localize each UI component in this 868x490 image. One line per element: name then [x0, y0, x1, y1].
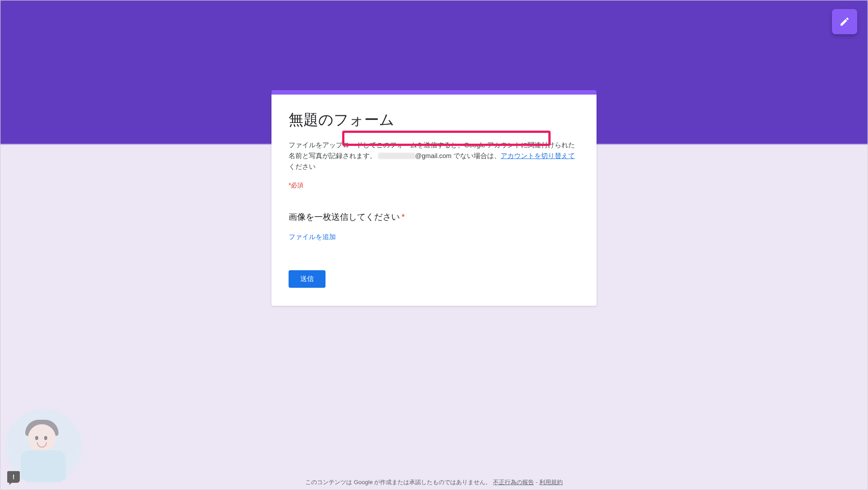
required-asterisk: *	[402, 213, 405, 222]
masked-email-local	[378, 153, 415, 159]
report-abuse-link[interactable]: 不正行為の報告	[493, 479, 534, 485]
submit-button[interactable]: 送信	[289, 270, 326, 288]
footer-sep: -	[534, 479, 539, 485]
switch-account-link[interactable]: アカウントを切り替えて	[501, 152, 575, 159]
footer: このコンテンツは Google が作成または承認したものではありません。 不正行…	[0, 478, 868, 486]
not-you-text: でない場合は、	[452, 152, 501, 159]
form-description: ファイルをアップロードしてこのフォームを送信すると、Google アカウントに関…	[289, 140, 579, 172]
feedback-button[interactable]: !	[7, 471, 20, 483]
exclamation-icon: !	[13, 473, 15, 481]
email-domain: @gmail.com	[415, 152, 452, 159]
form-title: 無題のフォーム	[289, 110, 579, 130]
question-block: 画像を一枚送信してください* ファイルを追加	[289, 211, 579, 241]
description-suffix: ください	[289, 163, 316, 170]
required-label: 必須	[291, 181, 303, 189]
edit-form-button[interactable]	[832, 9, 857, 34]
pencil-icon	[839, 16, 850, 27]
question-title: 画像を一枚送信してください*	[289, 211, 579, 223]
terms-link[interactable]: 利用規約	[539, 479, 563, 485]
add-file-button[interactable]: ファイルを追加	[289, 233, 579, 241]
footer-text: このコンテンツは Google が作成または承認したものではありません。	[305, 479, 491, 485]
form-card: 無題のフォーム ファイルをアップロードしてこのフォームを送信すると、Google…	[271, 90, 597, 306]
required-indicator: *必須	[289, 181, 579, 190]
question-title-text: 画像を一枚送信してください	[289, 212, 400, 222]
